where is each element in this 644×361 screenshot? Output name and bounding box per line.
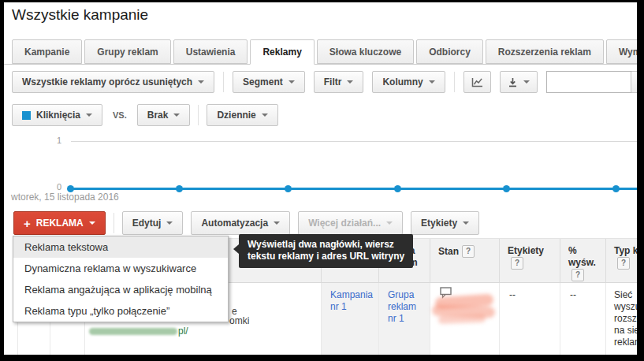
- filter-label: Filtr: [324, 76, 342, 87]
- tab-odbiorcy[interactable]: Odbiorcy: [416, 39, 483, 64]
- search-input[interactable]: [546, 71, 644, 93]
- add-ad-label: REKLAMA: [36, 218, 84, 229]
- header-impr-share-label: % wyśw.: [568, 245, 596, 268]
- cell-impression-share: --: [560, 283, 606, 358]
- chart-controls: Kliknięcia vs. Brak Dziennie: [12, 104, 278, 126]
- y-axis-tick-0: 0: [47, 182, 61, 192]
- edit-label: Edytuj: [132, 218, 162, 229]
- cell-labels: --: [500, 283, 560, 358]
- add-ad-dropdown-menu: Reklama tekstowa Dynamiczna reklama w wy…: [13, 236, 229, 322]
- chevron-down-icon: [86, 114, 92, 117]
- action-bar: + REKLAMA Edytuj Automatyzacja Więcej dz…: [13, 211, 479, 235]
- period-label: Dziennie: [217, 110, 255, 121]
- chart-toggle-button[interactable]: [463, 71, 491, 93]
- compare-label: Brak: [147, 110, 169, 121]
- download-button[interactable]: [500, 71, 538, 93]
- separator: [223, 72, 224, 92]
- chart-point: [394, 185, 401, 192]
- ad-url-fragment: pl/: [178, 326, 188, 337]
- chevron-down-icon: [523, 80, 530, 84]
- metric-selector-button[interactable]: Kliknięcia: [12, 104, 102, 126]
- chart-point: [612, 185, 620, 192]
- screenshot-border: [0, 0, 644, 2]
- filter-button[interactable]: Filtr: [314, 71, 364, 93]
- header-labels-label: Etykiety: [508, 245, 544, 256]
- chevron-down-icon: [198, 80, 204, 84]
- period-selector-button[interactable]: Dziennie: [207, 104, 277, 126]
- chevron-down-icon: [173, 114, 180, 117]
- vs-label: vs.: [113, 110, 127, 120]
- tab-kampanie[interactable]: Kampanie: [12, 39, 82, 64]
- chevron-down-icon: [89, 221, 95, 225]
- help-icon[interactable]: ?: [511, 257, 523, 270]
- edit-button[interactable]: Edytuj: [122, 211, 184, 235]
- campaign-link[interactable]: Kampania nr 1: [322, 283, 378, 313]
- separator: [454, 72, 455, 92]
- labels-label: Etykiety: [421, 218, 457, 229]
- automation-button[interactable]: Automatyzacja: [191, 211, 290, 235]
- help-icon[interactable]: ?: [462, 245, 475, 258]
- tab-reklamy[interactable]: Reklamy: [250, 39, 314, 65]
- tooltip-arrow-left: [233, 244, 239, 254]
- separator: [198, 105, 199, 125]
- tab-grupy-reklam[interactable]: Grupy reklam: [84, 39, 170, 64]
- segment-label: Segment: [243, 76, 283, 87]
- chart-point: [176, 185, 183, 192]
- more-actions-label: Więcej działań...: [308, 218, 381, 229]
- tab-bar: Kampanie Grupy reklam Ustawienia Reklamy…: [12, 39, 644, 65]
- segment-button[interactable]: Segment: [233, 71, 305, 93]
- chevron-down-icon: [166, 221, 173, 225]
- cell-ad-group: Grupa reklam nr 1: [379, 283, 430, 358]
- menu-item-reklama-tekstowa[interactable]: Reklama tekstowa: [13, 236, 228, 258]
- view-filter-label: Wszystkie reklamy oprócz usuniętych: [22, 76, 192, 87]
- ad-group-link[interactable]: Grupa reklam nr 1: [379, 283, 430, 325]
- tab-ustawienia[interactable]: Ustawienia: [173, 39, 248, 64]
- menu-item-reklama-aplikacja-mobilna[interactable]: Reklama angażująca w aplikację mobilną: [13, 279, 228, 300]
- menu-item-tooltip: Wyświetlaj dwa nagłówki, wiersz tekstu r…: [239, 234, 413, 268]
- cell-status: [430, 283, 500, 358]
- impression-share-value: --: [560, 283, 605, 301]
- chevron-down-icon: [262, 114, 268, 117]
- labels-value: --: [500, 283, 560, 301]
- plus-icon: +: [24, 218, 31, 229]
- adwords-ads-page: Wszystkie kampanie Kampanie Grupy reklam…: [0, 0, 644, 361]
- cell-campaign: Kampania nr 1: [322, 283, 379, 358]
- page-title: Wszystkie kampanie: [12, 6, 148, 24]
- metric-label: Kliknięcia: [36, 110, 80, 121]
- y-axis-tick-1: 1: [47, 136, 61, 145]
- tab-slowa-kluczowe[interactable]: Słowa kluczowe: [317, 39, 414, 64]
- screenshot-border: [637, 0, 644, 361]
- ad-text-fragment: omki: [229, 315, 249, 327]
- columns-label: Kolumny: [382, 76, 423, 87]
- tooltip-text-line1: Wyświetlaj dwa nagłówki, wiersz: [248, 239, 404, 251]
- screenshot-border: [0, 0, 4, 361]
- labels-button[interactable]: Etykiety: [411, 211, 479, 235]
- chevron-down-icon: [429, 80, 435, 84]
- menu-item-reklama-tylko-polaczenie[interactable]: Reklama typu „tylko połączenie”: [13, 300, 228, 322]
- help-icon[interactable]: ?: [617, 257, 630, 270]
- header-labels[interactable]: Etykiety?: [500, 239, 560, 282]
- ads-toolbar: Wszystkie reklamy oprócz usuniętych Segm…: [12, 71, 644, 93]
- separator: [114, 213, 114, 233]
- ad-display-url: pl/: [89, 326, 188, 337]
- header-status[interactable]: Stan?: [430, 239, 500, 282]
- header-impression-share[interactable]: % wyśw. ?: [560, 239, 606, 282]
- chart-point: [503, 185, 510, 192]
- automation-label: Automatyzacja: [201, 218, 268, 229]
- download-icon: [508, 77, 518, 87]
- metric-color-swatch: [22, 111, 31, 120]
- gridline: [71, 141, 637, 142]
- more-actions-button: Więcej działań...: [298, 211, 403, 235]
- columns-button[interactable]: Kolumny: [372, 71, 445, 93]
- chart-hover-date: wtorek, 15 listopada 2016: [11, 192, 119, 203]
- chevron-down-icon: [347, 80, 353, 84]
- menu-item-dynamiczna-reklama[interactable]: Dynamiczna reklama w wyszukiwarce: [13, 258, 228, 279]
- chevron-down-icon: [288, 80, 295, 84]
- help-icon[interactable]: ?: [571, 269, 584, 281]
- compare-metric-button[interactable]: Brak: [137, 104, 191, 126]
- tab-rozszerzenia-reklam[interactable]: Rozszerzenia reklam: [486, 39, 604, 64]
- chevron-down-icon: [386, 221, 393, 225]
- view-filter-button[interactable]: Wszystkie reklamy oprócz usuniętych: [12, 71, 214, 93]
- add-ad-button[interactable]: + REKLAMA: [13, 211, 106, 235]
- chevron-down-icon: [463, 221, 469, 225]
